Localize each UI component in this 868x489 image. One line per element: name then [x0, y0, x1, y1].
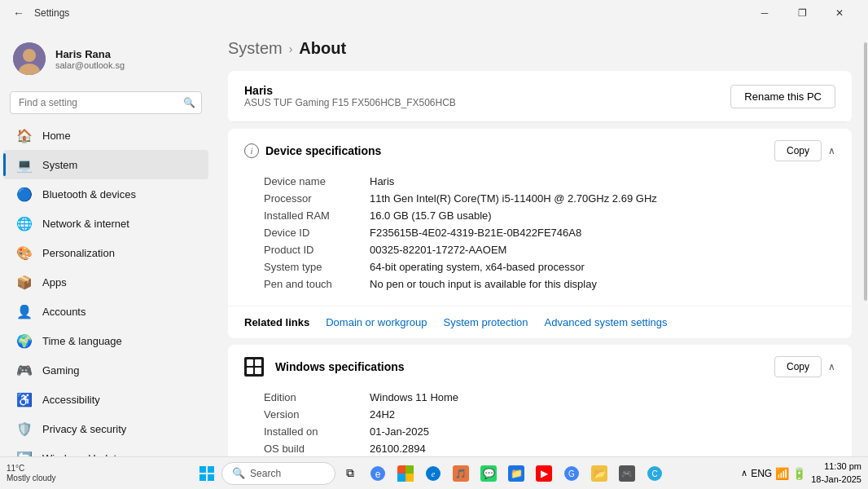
minimize-button[interactable]: ─: [746, 0, 783, 26]
related-links: Related links Domain or workgroup System…: [228, 306, 852, 338]
main-content: System › About Haris ASUS TUF Gaming F15…: [212, 26, 868, 456]
svg-text:C: C: [651, 469, 657, 478]
taskbar-app-9[interactable]: 📂: [586, 460, 612, 487]
windows-start-button[interactable]: [194, 460, 220, 487]
sidebar-item-update[interactable]: 🔄 Windows Update: [3, 443, 208, 456]
nav-label-update: Windows Update: [42, 452, 122, 457]
nav-icon-privacy: 🛡️: [16, 421, 33, 437]
taskbar-search-bar[interactable]: 🔍 Search: [221, 462, 335, 485]
svg-text:G: G: [568, 469, 575, 478]
sidebar-item-bluetooth[interactable]: 🔵 Bluetooth & devices: [3, 179, 208, 209]
sidebar-item-home[interactable]: 🏠 Home: [3, 121, 208, 150]
device-spec-label-3: Device ID: [264, 227, 370, 239]
nav-label-bluetooth: Bluetooth & devices: [42, 188, 136, 200]
svg-text:📁: 📁: [511, 467, 523, 479]
device-name-card: Haris ASUS TUF Gaming F15 FX506HCB_FX506…: [228, 71, 852, 122]
sidebar-item-network[interactable]: 🌐 Network & internet: [3, 209, 208, 238]
sidebar-search-input[interactable]: [10, 91, 202, 114]
nav-icon-apps: 📦: [16, 274, 33, 290]
related-link-protection[interactable]: System protection: [443, 316, 528, 328]
device-specs-title: Device specifications: [265, 144, 381, 157]
windows-specs-header-right: Copy ∧: [774, 356, 835, 377]
scrollbar-thumb[interactable]: [864, 42, 867, 301]
search-icon: 🔍: [183, 97, 195, 108]
device-specs-copy-button[interactable]: Copy: [774, 140, 822, 161]
taskbar-app-1[interactable]: e: [365, 460, 391, 487]
related-link-domain[interactable]: Domain or workgroup: [326, 316, 427, 328]
close-button[interactable]: ✕: [821, 0, 858, 26]
nav-icon-accounts: 👤: [16, 303, 33, 319]
device-spec-value-0: Haris: [370, 175, 394, 187]
windows-logo-icon: [244, 357, 264, 377]
title-bar-title: Settings: [34, 7, 69, 19]
taskbar-time[interactable]: 11:30 pm 18-Jan-2025: [811, 460, 861, 486]
device-specs-title-row: i Device specifications: [244, 143, 381, 158]
win-spec-value-1: 24H2: [370, 408, 395, 421]
sidebar: Haris Rana salar@outlook.sg 🔍 🏠 Home 💻 S…: [0, 26, 212, 456]
windows-specs-copy-button[interactable]: Copy: [774, 356, 822, 377]
sidebar-search-container: 🔍: [10, 91, 202, 114]
back-icon[interactable]: ←: [13, 7, 24, 20]
device-specs-header: i Device specifications Copy ∧: [228, 129, 852, 173]
device-specs-chevron-icon[interactable]: ∧: [828, 145, 835, 156]
taskbar-app-5[interactable]: 💬: [476, 460, 502, 487]
taskbar-app-4[interactable]: 🎵: [448, 460, 474, 487]
device-spec-value-2: 16.0 GB (15.7 GB usable): [370, 209, 492, 222]
info-icon: i: [244, 143, 259, 158]
sidebar-item-accessibility[interactable]: ♿ Accessibility: [3, 385, 208, 414]
taskbar-app-2[interactable]: [392, 460, 419, 487]
nav-list: 🏠 Home 💻 System 🔵 Bluetooth & devices 🌐 …: [0, 121, 212, 456]
nav-icon-home: 🏠: [16, 127, 33, 143]
svg-rect-5: [199, 474, 206, 481]
sidebar-item-time[interactable]: 🌍 Time & language: [3, 326, 208, 355]
taskbar-right: ∧ ENG 📶 🔋 11:30 pm 18-Jan-2025: [741, 460, 861, 486]
nav-icon-system: 💻: [16, 156, 33, 173]
device-spec-row-6: Pen and touch No pen or touch input is a…: [264, 275, 835, 293]
device-spec-label-0: Device name: [264, 175, 370, 187]
device-info: Haris ASUS TUF Gaming F15 FX506HCB_FX506…: [244, 84, 456, 108]
sidebar-item-accounts[interactable]: 👤 Accounts: [3, 297, 208, 326]
taskbar-app-10[interactable]: 🎮: [614, 460, 640, 487]
sidebar-item-personalization[interactable]: 🎨 Personalization: [3, 238, 208, 267]
svg-rect-10: [406, 465, 414, 474]
nav-label-system: System: [42, 159, 77, 171]
taskbar-chevron-icon[interactable]: ∧: [741, 468, 747, 478]
nav-icon-gaming: 🎮: [16, 362, 33, 378]
taskbar-app-11[interactable]: C: [642, 460, 668, 487]
win-spec-label-3: OS build: [264, 443, 370, 455]
win-spec-value-3: 26100.2894: [370, 443, 426, 455]
svg-rect-12: [406, 474, 414, 482]
sidebar-item-system[interactable]: 💻 System: [3, 150, 208, 179]
breadcrumb-separator: ›: [289, 42, 293, 55]
win-spec-row-1: Version 24H2: [264, 406, 835, 423]
device-spec-row-2: Installed RAM 16.0 GB (15.7 GB usable): [264, 207, 835, 224]
title-bar-left: ← Settings: [13, 7, 69, 20]
sidebar-item-apps[interactable]: 📦 Apps: [3, 267, 208, 297]
svg-rect-6: [208, 474, 214, 481]
win-spec-value-0: Windows 11 Home: [370, 391, 458, 403]
windows-specs-chevron-icon[interactable]: ∧: [828, 361, 835, 372]
task-view-button[interactable]: ⧉: [337, 460, 363, 487]
taskbar-lang[interactable]: ENG: [751, 468, 772, 479]
nav-label-gaming: Gaming: [42, 364, 80, 377]
taskbar-app-7[interactable]: ▶: [531, 460, 557, 487]
device-spec-value-1: 11th Gen Intel(R) Core(TM) i5-11400H @ 2…: [370, 192, 657, 205]
svg-text:🎵: 🎵: [455, 468, 467, 479]
breadcrumb-parent[interactable]: System: [228, 39, 283, 58]
sidebar-item-gaming[interactable]: 🎮 Gaming: [3, 355, 208, 385]
breadcrumb-current: About: [299, 39, 346, 58]
taskbar-app-8[interactable]: G: [559, 460, 585, 487]
svg-text:e: e: [432, 469, 436, 478]
svg-text:🎮: 🎮: [621, 468, 633, 479]
taskbar-wifi-icon: 📶: [775, 467, 789, 480]
weather-info[interactable]: 11°C Mostly cloudy: [7, 464, 56, 483]
taskbar-app-3[interactable]: e: [420, 460, 446, 487]
device-spec-row-1: Processor 11th Gen Intel(R) Core(TM) i5-…: [264, 190, 835, 207]
related-link-advanced[interactable]: Advanced system settings: [545, 316, 668, 328]
taskbar-app-6[interactable]: 📁: [503, 460, 529, 487]
sidebar-item-privacy[interactable]: 🛡️ Privacy & security: [3, 414, 208, 443]
restore-button[interactable]: ❐: [783, 0, 821, 26]
avatar: [13, 42, 46, 75]
rename-pc-button[interactable]: Rename this PC: [730, 85, 835, 108]
sidebar-user-email: salar@outlook.sg: [55, 60, 125, 70]
